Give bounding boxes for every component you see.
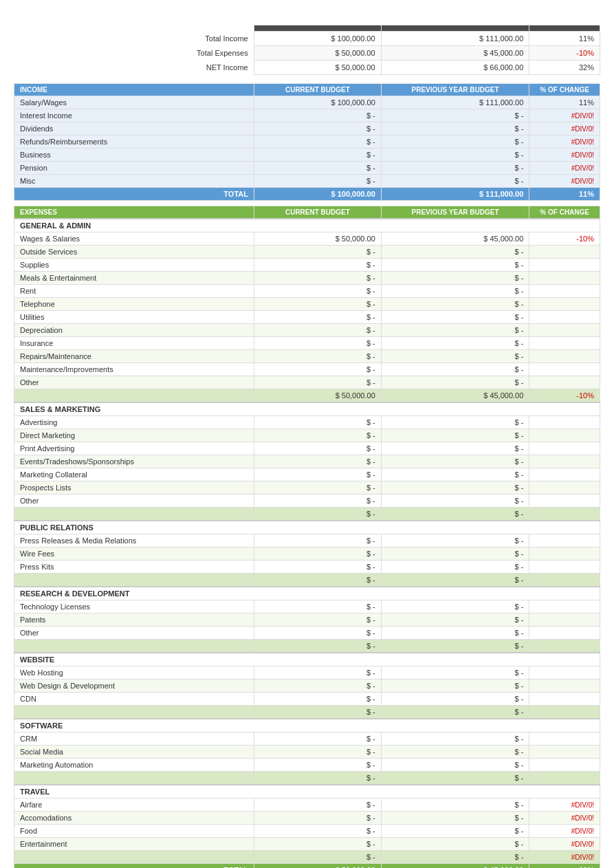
subtotal-change <box>529 574 600 587</box>
expense-row-change <box>529 733 600 746</box>
expense-row-label: Food <box>14 825 254 838</box>
summary-prev: $ 45,000.00 <box>381 46 529 61</box>
income-header-current: CURRENT BUDGET <box>254 84 382 96</box>
expense-row-label: Other <box>14 376 254 389</box>
expense-row-change <box>529 614 600 627</box>
expense-row-prev: $ - <box>381 495 529 508</box>
summary-change: 32% <box>529 61 600 75</box>
subsection-label: RESEARCH & DEVELOPMENT <box>14 587 600 600</box>
expense-row-current: $ - <box>254 376 382 389</box>
expense-row-change <box>529 246 600 259</box>
income-row-label: Business <box>14 149 254 162</box>
summary-prev: $ 111,000.00 <box>381 32 529 46</box>
expense-row-current: $ - <box>254 759 382 772</box>
subtotal-label <box>14 640 254 653</box>
subtotal-prev: $ - <box>381 851 529 864</box>
expense-row-change <box>529 429 600 442</box>
income-row-change: #DIV/0! <box>529 122 600 135</box>
income-header-prev: PREVIOUS YEAR BUDGET <box>381 84 529 96</box>
expense-row-current: $ - <box>254 311 382 324</box>
income-row-label: Salary/Wages <box>14 96 254 109</box>
expense-row-prev: $ - <box>381 259 529 272</box>
expense-row-prev: $ - <box>381 416 529 429</box>
expense-row-current: $ - <box>254 547 382 561</box>
income-total-label: TOTAL <box>14 188 254 201</box>
income-row-change: #DIV/0! <box>529 135 600 149</box>
expense-row-prev: $ - <box>381 442 529 455</box>
expense-row-prev: $ - <box>381 298 529 311</box>
subtotal-current: $ - <box>254 772 382 785</box>
subtotal-change <box>529 640 600 653</box>
subtotal-prev: $ - <box>381 640 529 653</box>
expense-row-prev: $ - <box>381 825 529 838</box>
income-row-prev: $ - <box>381 175 529 188</box>
expense-row-current: $ - <box>254 561 382 574</box>
income-row-label: Interest Income <box>14 109 254 122</box>
income-row-prev: $ - <box>381 122 529 135</box>
subtotal-current: $ - <box>254 706 382 719</box>
expense-row-change: #DIV/0! <box>529 825 600 838</box>
expense-row-prev: $ 45,000.00 <box>381 232 529 246</box>
expenses-total-prev: $ 45,000.00 <box>381 864 529 869</box>
income-row-current: $ - <box>254 122 382 135</box>
expense-row-prev: $ - <box>381 547 529 561</box>
expense-row-current: $ - <box>254 812 382 825</box>
expense-row-change <box>529 547 600 561</box>
expense-row-current: $ - <box>254 468 382 481</box>
income-row-current: $ - <box>254 135 382 149</box>
expense-row-prev: $ - <box>381 468 529 481</box>
expense-row-prev: $ - <box>381 733 529 746</box>
expense-row-current: $ - <box>254 838 382 851</box>
income-row-prev: $ 111,000.00 <box>381 96 529 109</box>
expense-row-current: $ - <box>254 666 382 680</box>
expense-row-label: Web Design & Development <box>14 680 254 693</box>
expense-row-current: $ - <box>254 324 382 337</box>
expense-row-change: #DIV/0! <box>529 812 600 825</box>
expense-row-prev: $ - <box>381 350 529 363</box>
expense-row-current: $ - <box>254 733 382 746</box>
expense-row-current: $ - <box>254 746 382 759</box>
expense-row-label: CRM <box>14 733 254 746</box>
expense-row-current: $ - <box>254 272 382 285</box>
expense-row-change <box>529 285 600 298</box>
expense-row-prev: $ - <box>381 455 529 468</box>
subsection-label: SOFTWARE <box>14 719 600 733</box>
expense-row-change <box>529 363 600 376</box>
expense-row-label: Depreciation <box>14 324 254 337</box>
expense-row-label: Rent <box>14 285 254 298</box>
expense-row-label: Direct Marketing <box>14 429 254 442</box>
expense-row-current: $ 50,000.00 <box>254 232 382 246</box>
income-row-current: $ - <box>254 149 382 162</box>
subsection-label: PUBLIC RELATIONS <box>14 521 600 534</box>
expense-row-label: Patents <box>14 614 254 627</box>
summary-header-current <box>254 25 381 32</box>
expense-row-change <box>529 495 600 508</box>
subtotal-label <box>14 772 254 785</box>
expense-row-label: Accomodations <box>14 812 254 825</box>
income-row-change: #DIV/0! <box>529 162 600 175</box>
subtotal-current: $ - <box>254 851 382 864</box>
expense-row-change <box>529 272 600 285</box>
expense-row-prev: $ - <box>381 746 529 759</box>
expense-row-change <box>529 666 600 680</box>
subsection-label: SALES & MARKETING <box>14 402 600 416</box>
expense-row-label: Events/Tradeshows/Sponsorships <box>14 455 254 468</box>
expense-row-change <box>529 561 600 574</box>
summary-prev: $ 66,000.00 <box>381 61 529 75</box>
expense-row-label: Advertising <box>14 416 254 429</box>
expense-row-change <box>529 759 600 772</box>
expense-row-change <box>529 298 600 311</box>
summary-label: Total Expenses <box>14 46 254 61</box>
expense-row-label: Supplies <box>14 259 254 272</box>
income-row-label: Pension <box>14 162 254 175</box>
income-row-label: Refunds/Reimbursements <box>14 135 254 149</box>
expense-row-prev: $ - <box>381 838 529 851</box>
income-row-current: $ - <box>254 109 382 122</box>
expense-row-change <box>529 337 600 350</box>
income-header-change: % OF CHANGE <box>529 84 600 96</box>
expense-row-prev: $ - <box>381 324 529 337</box>
expense-row-prev: $ - <box>381 429 529 442</box>
income-total-current: $ 100,000.00 <box>254 188 382 201</box>
expense-row-prev: $ - <box>381 666 529 680</box>
income-row-change: #DIV/0! <box>529 175 600 188</box>
